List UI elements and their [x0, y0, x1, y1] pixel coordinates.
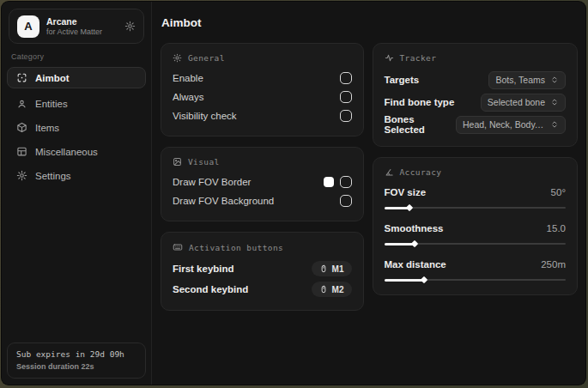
- brand-text: Arcane for Active Matter: [46, 16, 102, 37]
- max-distance-slider[interactable]: [385, 276, 567, 282]
- sidebar-item-label: Aimbot: [35, 73, 70, 83]
- slider-fill: [385, 243, 415, 246]
- brand-name: Arcane: [46, 16, 102, 27]
- person-scan-icon: [16, 98, 27, 109]
- slider-value: 50°: [551, 187, 566, 197]
- gear-icon: [16, 170, 27, 181]
- setting-label: First keybind: [173, 264, 234, 274]
- setting-row-first-keybind: First keybind M1: [173, 258, 352, 279]
- always-checkbox[interactable]: [340, 91, 352, 103]
- activation-card-header: Activation buttons: [173, 242, 352, 252]
- visual-card: Visual Draw FOV Border Draw FOV Backgrou…: [161, 147, 364, 221]
- mouse-icon: [319, 285, 328, 294]
- keybind-value: M1: [332, 264, 344, 274]
- keyboard-icon: [173, 242, 183, 252]
- session-duration-text: Session duration 22s: [16, 362, 136, 371]
- setting-label: Targets: [385, 75, 420, 85]
- setting-row-fov-size: FOV size 50°: [385, 183, 567, 210]
- sidebar-item-aimbot[interactable]: Aimbot: [7, 67, 146, 88]
- draw-fov-background-checkbox[interactable]: [340, 195, 352, 207]
- brand-card: A Arcane for Active Matter: [9, 9, 144, 44]
- setting-row-visibility-check: Visibility check: [173, 106, 352, 125]
- sidebar-item-label: Entities: [35, 99, 68, 109]
- unfold-icon: [550, 98, 559, 106]
- mouse-icon: [319, 264, 328, 273]
- slider-handle[interactable]: [411, 240, 418, 247]
- category-nav: Aimbot Entities Items: [2, 67, 151, 186]
- card-title: Activation buttons: [189, 243, 283, 252]
- targets-dropdown[interactable]: Bots, Teams: [488, 71, 566, 89]
- dropdown-value: Selected bone: [488, 97, 545, 107]
- setting-row-enable: Enable: [173, 69, 352, 88]
- slider-handle[interactable]: [406, 204, 413, 211]
- game-background: A Arcane for Active Matter Category Aimb…: [0, 0, 588, 388]
- setting-row-smoothness: Smoothness 15.0: [385, 219, 567, 246]
- second-keybind-button[interactable]: M2: [312, 282, 352, 297]
- smoothness-slider[interactable]: [385, 240, 567, 246]
- activity-icon: [385, 53, 394, 63]
- tracker-card: Tracker Targets Bots, Teams: [373, 43, 579, 147]
- sidebar-item-label: Items: [35, 123, 59, 133]
- angle-icon: [385, 167, 394, 177]
- main-panel: Aimbot General Enable: [152, 2, 585, 385]
- subscription-info: Sub expires in 29d 09h Session duration …: [7, 343, 146, 379]
- setting-row-always: Always: [173, 88, 352, 106]
- sidebar: A Arcane for Active Matter Category Aimb…: [2, 2, 152, 385]
- sidebar-item-items[interactable]: Items: [7, 117, 146, 138]
- crosshair-scan-icon: [16, 72, 27, 83]
- dropdown-value: Bots, Teams: [495, 75, 545, 85]
- setting-label: Always: [173, 92, 203, 102]
- setting-row-bones-selected: Bones Selected Head, Neck, Body, Pe…: [385, 113, 567, 136]
- setting-label: Max distance: [385, 259, 446, 270]
- sidebar-item-miscellaneous[interactable]: Miscellaneous: [7, 141, 146, 162]
- draw-fov-border-checkbox[interactable]: [340, 176, 352, 188]
- slider-handle[interactable]: [421, 276, 427, 283]
- sidebar-item-entities[interactable]: Entities: [7, 93, 146, 114]
- setting-label: Bones Selected: [385, 114, 457, 135]
- setting-row-second-keybind: Second keybind M2: [173, 279, 352, 300]
- general-card-header: General: [173, 53, 352, 63]
- setting-label: Draw FOV Border: [173, 177, 251, 187]
- setting-label: Second keybind: [173, 284, 248, 294]
- image-icon: [173, 157, 182, 167]
- setting-row-targets: Targets Bots, Teams: [385, 69, 567, 91]
- fov-size-slider[interactable]: [385, 204, 567, 210]
- setting-row-draw-fov-border: Draw FOV Border: [173, 173, 352, 191]
- find-bone-type-dropdown[interactable]: Selected bone: [481, 94, 566, 112]
- page-title: Aimbot: [161, 16, 578, 29]
- setting-label: Visibility check: [173, 111, 237, 121]
- dropdown-value: Head, Neck, Body, Pe…: [463, 119, 545, 130]
- sidebar-item-settings[interactable]: Settings: [7, 165, 146, 186]
- tracker-card-header: Tracker: [385, 53, 567, 63]
- setting-label: FOV size: [385, 187, 427, 197]
- sidebar-item-label: Settings: [35, 171, 71, 181]
- accuracy-card: Accuracy FOV size 50°: [373, 157, 579, 295]
- bones-selected-dropdown[interactable]: Head, Neck, Body, Pe…: [456, 116, 566, 134]
- setting-label: Draw FOV Background: [173, 196, 274, 206]
- enable-checkbox[interactable]: [340, 72, 352, 84]
- unfold-icon: [550, 76, 559, 84]
- slider-fill: [385, 279, 425, 282]
- setting-row-max-distance: Max distance 250m: [385, 255, 567, 282]
- visibility-check-checkbox[interactable]: [340, 110, 352, 122]
- cube-icon: [16, 122, 27, 133]
- slider-fill: [385, 207, 410, 209]
- brand-logo: A: [17, 15, 39, 38]
- setting-label: Find bone type: [385, 97, 455, 107]
- general-card: General Enable Always Visibility check: [161, 43, 364, 136]
- slider-value: 250m: [541, 259, 566, 270]
- card-title: Accuracy: [400, 167, 442, 177]
- unfold-icon: [550, 120, 559, 129]
- sidebar-item-label: Miscellaneous: [35, 147, 98, 157]
- card-title: General: [188, 53, 225, 63]
- cheat-menu-window: A Arcane for Active Matter Category Aimb…: [2, 2, 585, 385]
- sun-icon: [173, 53, 182, 63]
- setting-label: Enable: [173, 73, 203, 83]
- fov-border-color-swatch[interactable]: [324, 177, 334, 187]
- slider-value: 15.0: [547, 223, 566, 233]
- gear-icon[interactable]: [124, 21, 136, 32]
- keybind-value: M2: [332, 285, 344, 294]
- visual-card-header: Visual: [173, 157, 352, 167]
- accuracy-card-header: Accuracy: [385, 167, 567, 177]
- first-keybind-button[interactable]: M1: [312, 261, 352, 276]
